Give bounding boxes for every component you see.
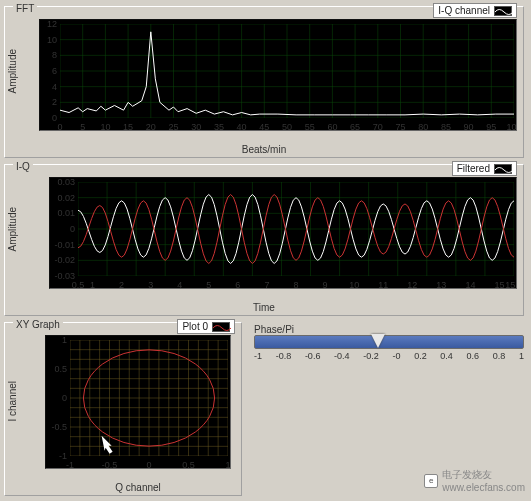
watermark-line1: 电子发烧友 <box>442 468 525 482</box>
svg-text:50: 50 <box>282 122 292 131</box>
wave-icon <box>212 322 230 332</box>
svg-text:0: 0 <box>146 460 151 469</box>
svg-text:80: 80 <box>418 122 428 131</box>
phase-thumb[interactable] <box>371 334 385 348</box>
svg-text:2: 2 <box>52 97 57 107</box>
phase-label: Phase/Pi <box>254 324 524 335</box>
svg-text:100: 100 <box>506 122 517 131</box>
svg-text:5: 5 <box>80 122 85 131</box>
svg-text:-0.02: -0.02 <box>54 255 75 265</box>
svg-text:0.5: 0.5 <box>72 280 85 289</box>
iq-legend[interactable]: Filtered <box>452 161 517 176</box>
svg-text:65: 65 <box>350 122 360 131</box>
iq-panel: I-Q Filtered Amplitude 0.512345678910111… <box>4 164 524 316</box>
svg-text:-0.5: -0.5 <box>102 460 118 469</box>
svg-text:4: 4 <box>177 280 182 289</box>
svg-text:2: 2 <box>119 280 124 289</box>
svg-text:0: 0 <box>70 224 75 234</box>
svg-text:9: 9 <box>323 280 328 289</box>
svg-text:0.5: 0.5 <box>54 364 67 374</box>
iq-legend-label: Filtered <box>457 163 490 174</box>
svg-text:0: 0 <box>57 122 62 131</box>
svg-text:15.5: 15.5 <box>505 280 517 289</box>
svg-text:0.01: 0.01 <box>57 208 75 218</box>
wave-icon <box>494 6 512 16</box>
phase-slider[interactable]: Phase/Pi -1-0.8-0.6-0.4-0.2-00.20.40.60.… <box>254 324 524 361</box>
svg-text:1: 1 <box>90 280 95 289</box>
svg-text:-0.01: -0.01 <box>54 240 75 250</box>
svg-text:4: 4 <box>52 82 57 92</box>
svg-text:-1: -1 <box>66 460 74 469</box>
svg-text:15: 15 <box>494 280 504 289</box>
wave-icon <box>494 164 512 174</box>
svg-text:70: 70 <box>373 122 383 131</box>
fft-ylabel: Amplitude <box>7 49 18 93</box>
svg-text:3: 3 <box>148 280 153 289</box>
watermark: e 电子发烧友 www.elecfans.com <box>424 468 525 493</box>
svg-text:6: 6 <box>235 280 240 289</box>
svg-text:5: 5 <box>206 280 211 289</box>
fft-legend-label: I-Q channel <box>438 5 490 16</box>
svg-text:60: 60 <box>327 122 337 131</box>
svg-text:0.02: 0.02 <box>57 193 75 203</box>
svg-text:12: 12 <box>407 280 417 289</box>
svg-text:10: 10 <box>349 280 359 289</box>
svg-text:75: 75 <box>395 122 405 131</box>
svg-text:8: 8 <box>293 280 298 289</box>
svg-text:55: 55 <box>305 122 315 131</box>
svg-text:0: 0 <box>52 113 57 123</box>
svg-text:0.5: 0.5 <box>182 460 195 469</box>
fft-legend[interactable]: I-Q channel <box>433 3 517 18</box>
xy-plot[interactable]: -1-0.500.51-1-0.500.51 <box>45 335 231 469</box>
fft-title: FFT <box>13 3 37 14</box>
svg-text:30: 30 <box>191 122 201 131</box>
svg-text:95: 95 <box>486 122 496 131</box>
svg-text:10: 10 <box>47 35 57 45</box>
svg-text:1: 1 <box>225 460 230 469</box>
svg-text:11: 11 <box>378 280 388 289</box>
svg-text:8: 8 <box>52 50 57 60</box>
svg-text:85: 85 <box>441 122 451 131</box>
svg-text:25: 25 <box>168 122 178 131</box>
svg-text:45: 45 <box>259 122 269 131</box>
svg-text:14: 14 <box>465 280 475 289</box>
svg-text:90: 90 <box>464 122 474 131</box>
iq-ylabel: Amplitude <box>7 207 18 251</box>
svg-text:1: 1 <box>62 335 67 345</box>
phase-track[interactable] <box>254 335 524 349</box>
svg-text:0: 0 <box>62 393 67 403</box>
xy-panel: XY Graph Plot 0 I channel -1-0.500.51-1-… <box>4 322 242 496</box>
logo-icon: e <box>424 474 438 488</box>
svg-text:7: 7 <box>264 280 269 289</box>
svg-text:0.03: 0.03 <box>57 177 75 187</box>
xy-ylabel: I channel <box>7 381 18 422</box>
xy-title: XY Graph <box>13 319 63 330</box>
svg-text:-0.03: -0.03 <box>54 271 75 281</box>
svg-text:-1: -1 <box>59 451 67 461</box>
svg-text:20: 20 <box>146 122 156 131</box>
iq-plot[interactable]: 0.512345678910111213141515.5-0.03-0.02-0… <box>49 177 517 289</box>
svg-text:10: 10 <box>100 122 110 131</box>
svg-text:6: 6 <box>52 66 57 76</box>
xy-legend[interactable]: Plot 0 <box>177 319 235 334</box>
svg-text:-0.5: -0.5 <box>51 422 67 432</box>
svg-text:12: 12 <box>47 19 57 29</box>
iq-title: I-Q <box>13 161 33 172</box>
fft-plot[interactable]: 0510152025303540455055606570758085909510… <box>39 19 517 131</box>
xy-xlabel: Q channel <box>35 482 241 493</box>
fft-xlabel: Beats/min <box>5 144 523 155</box>
svg-text:40: 40 <box>237 122 247 131</box>
iq-xlabel: Time <box>5 302 523 313</box>
svg-text:35: 35 <box>214 122 224 131</box>
watermark-line2: www.elecfans.com <box>442 482 525 493</box>
phase-ticks: -1-0.8-0.6-0.4-0.2-00.20.40.60.81 <box>254 351 524 361</box>
fft-panel: FFT I-Q channel Amplitude 05101520253035… <box>4 6 524 158</box>
svg-text:15: 15 <box>123 122 133 131</box>
xy-legend-label: Plot 0 <box>182 321 208 332</box>
svg-text:13: 13 <box>436 280 446 289</box>
